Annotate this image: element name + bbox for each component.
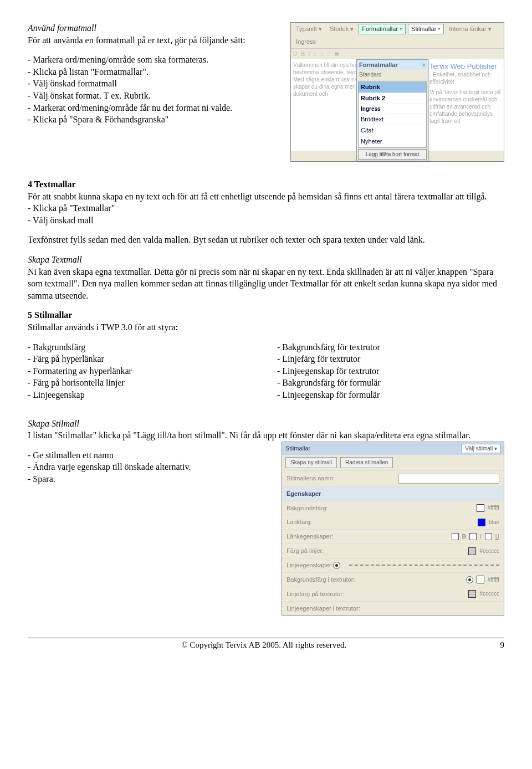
prop-label: Linjefärg på textrutor:: [287, 590, 344, 598]
stilmall-name-label: Stilmallens namn:: [287, 474, 335, 483]
prop-label: Bakgrundsfärg:: [287, 504, 328, 512]
swatch-icon[interactable]: [468, 547, 476, 555]
list-item: - Färg på horisontella linjer: [28, 377, 255, 389]
stilmall-screenshot: Stilmallar Välj stilmall ▾ Skapa ny stil…: [282, 442, 504, 616]
panel-title: Formatmallar: [359, 61, 398, 69]
prop-label: Länkegenskaper:: [287, 532, 333, 541]
textmallar-intro: För att snabbt kunna skapa en ny text oc…: [28, 191, 504, 203]
format-option-rubrik[interactable]: Rubrik: [359, 82, 426, 93]
page-number: 9: [500, 639, 505, 650]
swatch-icon[interactable]: [468, 590, 476, 598]
align-right-icon[interactable]: ≡: [327, 50, 330, 58]
list-item: - Linjeegenskap för formulär: [277, 389, 504, 401]
list-item: - Bakgrundsfärg: [28, 341, 255, 353]
properties-header: Egenskaper: [287, 490, 321, 498]
align-left-icon[interactable]: ≡: [313, 50, 316, 58]
internal-links-dropdown[interactable]: Interna länkar ▾: [446, 24, 494, 34]
prop-label: Bakgrundsfärg i textrutor:: [287, 576, 355, 584]
list-item: - Linjeegenskap för textrutor: [277, 365, 504, 377]
editor-toolbar: Typsnitt ▾ Storlek ▾ Formatmallar ▾ Stil…: [291, 23, 504, 49]
page-footer: © Copyright Tervix AB 2005. All rights r…: [28, 638, 504, 650]
align-center-icon[interactable]: ≡: [320, 50, 324, 58]
list-item: - Linjeegenskap: [28, 389, 255, 401]
skapa-stilmall-heading: Skapa Stilmall: [28, 418, 504, 430]
swatch-icon[interactable]: [477, 504, 484, 512]
brand-title: Tervix Web Publisher: [429, 61, 502, 71]
list-icon[interactable]: ≣: [334, 50, 339, 58]
prop-label: Linjeegenskaper i textrutor:: [287, 604, 360, 613]
skapa-textmall-heading: Skapa Textmall: [28, 254, 504, 266]
prop-value: #cccccc: [479, 547, 499, 555]
skapa-textmall-text: Ni kan även skapa egna textmallar. Detta…: [28, 266, 504, 302]
italic-checkbox[interactable]: [469, 533, 477, 540]
stilmallar-columns: - Bakgrundsfärg - Färg på hyperlänkar - …: [28, 341, 504, 401]
format-option-citat[interactable]: Citat: [359, 125, 426, 136]
list-item: - Välj önskad mall: [28, 214, 504, 227]
panel-subtitle: Standard: [357, 70, 428, 80]
format-option-nyheter[interactable]: Nyheter: [359, 136, 426, 147]
prop-label: Linjeegenskaper:: [287, 561, 333, 570]
prop-label: Färg på linjer:: [287, 547, 324, 555]
formatmallar-panel: Formatmallar × Standard Rubrik Rubrik 2 …: [356, 59, 428, 162]
formatmallar-dropdown[interactable]: Formatmallar ▾: [359, 24, 406, 34]
close-icon[interactable]: ×: [422, 61, 426, 69]
select-stilmall-dropdown[interactable]: Välj stilmall ▾: [462, 444, 500, 454]
list-item: - Linjefärg för textrutor: [277, 353, 504, 365]
delete-stilmall-button[interactable]: Radera stilmallen: [340, 457, 393, 468]
brand-subtitle: - Enkelhet, snabbhet och effektivitet: [429, 71, 502, 85]
font-dropdown[interactable]: Typsnitt ▾: [293, 24, 325, 34]
list-item: - Bakgrundsfärg för textrutor: [277, 341, 504, 353]
swatch-icon[interactable]: [478, 519, 485, 526]
list-item: - Formatering av hyperlänkar: [28, 365, 255, 377]
textbox-bg-radio[interactable]: [466, 576, 473, 583]
stilmallar-dropdown[interactable]: Stilmallar ▾: [408, 24, 444, 34]
list-item: - Färg på hyperlänkar: [28, 353, 255, 365]
list-item: - Klicka på "Textmallar": [28, 202, 504, 214]
stilmallar-heading: 5 Stilmallar: [28, 309, 504, 321]
bold-icon[interactable]: B: [301, 50, 305, 58]
format-option-brodtext[interactable]: Brödtext: [359, 114, 426, 125]
brand-text: Vi på Tervix har tagit fasta på användar…: [429, 89, 502, 125]
add-remove-format-button[interactable]: Lägg till/ta bort format: [358, 149, 427, 160]
italic-icon[interactable]: I: [308, 50, 310, 58]
editor-format-icons: U B I ≡ ≡ ≡ ≣: [291, 49, 504, 59]
dashed-preview-icon: [349, 565, 499, 566]
textmallar-outro: Texfönstret fylls sedan med den valda ma…: [28, 234, 504, 246]
stilmallar-intro: Stilmallar används i TWP 3.0 för att sty…: [28, 321, 504, 334]
underline-checkbox[interactable]: [485, 533, 492, 540]
stilmall-name-input[interactable]: [398, 474, 499, 484]
stilmall-panel-title: Stilmallar: [285, 444, 310, 453]
underline-icon[interactable]: U: [293, 50, 298, 58]
skapa-stilmall-intro: I listan "Stilmallar" klicka på "Lägg ti…: [28, 429, 504, 442]
format-option-ingress[interactable]: Ingress: [359, 104, 426, 115]
editor-screenshot: Typsnitt ▾ Storlek ▾ Formatmallar ▾ Stil…: [290, 22, 504, 162]
format-option-rubrik2[interactable]: Rubrik 2: [359, 93, 426, 104]
prop-label: Länkfärg:: [287, 518, 312, 526]
prop-value: #ffffff: [488, 504, 499, 512]
copyright-text: © Copyright Tervix AB 2005. All rights r…: [181, 639, 346, 650]
prop-value: blue: [489, 519, 499, 526]
swatch-icon[interactable]: [477, 576, 484, 583]
list-item: - Bakgrundsfärg för formulär: [277, 377, 504, 389]
bold-checkbox[interactable]: [452, 533, 459, 540]
ingress-dropdown[interactable]: Ingress: [293, 37, 319, 47]
line-style-radio[interactable]: [333, 562, 340, 569]
create-stilmall-button[interactable]: Skapa ny stilmall: [285, 457, 337, 468]
prop-value: #ffffff: [488, 576, 499, 584]
size-dropdown[interactable]: Storlek ▾: [327, 24, 356, 34]
textmallar-heading: 4 Textmallar: [28, 178, 504, 191]
prop-value: #cccccc: [479, 590, 499, 598]
